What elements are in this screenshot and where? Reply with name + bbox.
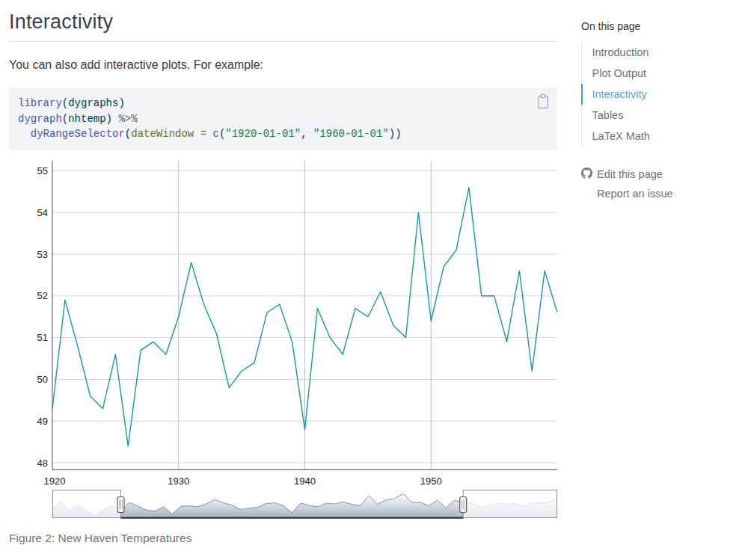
svg-text:55: 55 [37, 165, 48, 176]
range-unselected-right [463, 490, 557, 518]
code-line: dygraph(nhtemp) %>% [18, 111, 548, 127]
toc-item-interactivity[interactable]: Interactivity [581, 84, 741, 105]
page-title: Interactivity [9, 10, 557, 34]
svg-text:52: 52 [37, 290, 48, 301]
svg-text:49: 49 [37, 416, 48, 427]
toc-item-introduction[interactable]: Introduction [581, 42, 741, 63]
svg-text:1950: 1950 [420, 476, 442, 487]
intro-paragraph: You can also add interactive plots. For … [9, 58, 557, 72]
code-line: dyRangeSelector(dateWindow = c("1920-01-… [18, 126, 548, 142]
toc-item-latex-math[interactable]: LaTeX Math [581, 126, 741, 147]
svg-text:48: 48 [37, 458, 48, 469]
main-content: Interactivity You can also add interacti… [9, 0, 557, 150]
toc-link-label: Edit this page [597, 167, 663, 181]
copy-code-button[interactable] [536, 93, 550, 109]
range-unselected-left [53, 490, 121, 518]
github-icon [581, 167, 592, 182]
code-content[interactable]: library(dygraphs)dygraph(nhtemp) %>% dyR… [18, 96, 548, 142]
figure-caption: Figure 2: New Haven Temperatures [9, 532, 191, 545]
toc-item-tables[interactable]: Tables [581, 105, 741, 126]
dygraph-range-selector[interactable] [52, 490, 557, 520]
toc-link-edit-this-page[interactable]: Edit this page [581, 164, 740, 184]
toc-item-plot-output[interactable]: Plot Output [581, 63, 741, 84]
title-divider [9, 41, 557, 42]
svg-text:54: 54 [37, 207, 48, 218]
temperature-line-chart[interactable]: 48495051525354551920193019401950 [9, 161, 557, 490]
toc-list: IntroductionPlot OutputInteractivityTabl… [581, 42, 740, 147]
svg-text:50: 50 [37, 374, 48, 385]
clipboard-icon [536, 93, 550, 109]
range-handle-left[interactable] [117, 497, 124, 513]
code-line: library(dygraphs) [18, 96, 548, 111]
svg-text:1930: 1930 [168, 476, 189, 487]
toc-links: Edit this pageReport an issue [581, 164, 740, 203]
svg-text:51: 51 [37, 332, 48, 343]
range-handle-right[interactable] [460, 497, 467, 513]
toc-link-report-an-issue[interactable]: Report an issue [581, 184, 740, 203]
code-block: library(dygraphs)dygraph(nhtemp) %>% dyR… [9, 87, 557, 150]
toc-link-label: Report an issue [597, 187, 673, 200]
svg-text:1920: 1920 [44, 476, 66, 487]
svg-text:53: 53 [37, 249, 48, 260]
svg-text:1940: 1940 [294, 476, 316, 487]
page: Interactivity You can also add interacti… [0, 0, 748, 560]
toc-title: On this page [581, 20, 740, 32]
toc-sidebar: On this page IntroductionPlot OutputInte… [581, 20, 740, 203]
